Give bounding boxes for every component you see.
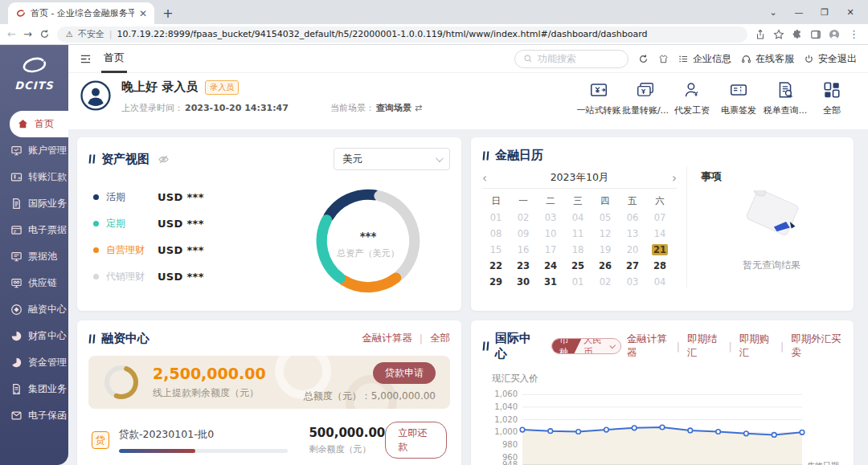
calendar-day[interactable]: 07 — [654, 212, 666, 223]
window-chevron-icon[interactable]: ⌄ — [760, 7, 786, 18]
calendar-day[interactable]: 03 — [627, 276, 639, 288]
loan-apply-button[interactable]: 贷款申请 — [373, 362, 436, 384]
calendar-day[interactable]: 17 — [545, 244, 557, 255]
calendar-day[interactable]: 14 — [654, 228, 666, 239]
sidebar-item-guarantee[interactable]: 电子保函 — [0, 402, 68, 429]
calendar-day[interactable]: 06 — [627, 212, 639, 223]
calendar-day[interactable]: 18 — [572, 244, 584, 255]
chart-point[interactable] — [604, 427, 609, 432]
sidebar-item-wealth[interactable]: 财富中心 — [0, 323, 68, 349]
collapse-menu-icon[interactable] — [80, 53, 92, 65]
spot-fx-trade-link[interactable]: 即期外汇买卖 — [791, 332, 842, 360]
new-tab-button[interactable]: + — [158, 2, 178, 23]
calendar-day[interactable]: 23 — [517, 260, 530, 271]
chart-point[interactable] — [548, 429, 553, 434]
quick-action-batch-transfer[interactable]: 批量转账/... — [622, 80, 669, 129]
safe-logout-link[interactable]: 安全退出 — [804, 52, 857, 66]
calendar-day[interactable]: 05 — [600, 212, 612, 223]
chart-point[interactable] — [632, 426, 637, 430]
financial-calculator-link[interactable]: 金融计算器 — [362, 332, 412, 345]
calendar-day[interactable]: 02 — [518, 212, 530, 223]
chart-point[interactable] — [520, 427, 525, 432]
calendar-day[interactable]: 27 — [626, 260, 639, 271]
sidebar-item-funds[interactable]: 资金管理 — [0, 349, 68, 376]
calendar-day-selected[interactable]: 21 — [652, 244, 668, 255]
chart-point[interactable] — [744, 431, 749, 436]
forward-icon[interactable]: → — [23, 29, 32, 39]
browser-tab[interactable]: 首页 - 企业综合金融服务平台 ✕ — [8, 2, 154, 24]
spot-purchase-link[interactable]: 即期购汇 — [739, 332, 773, 360]
calendar-day[interactable]: 28 — [653, 260, 666, 271]
calendar-day[interactable]: 25 — [571, 260, 584, 271]
calendar-day[interactable]: 16 — [518, 244, 530, 255]
calendar-day[interactable]: 29 — [489, 276, 502, 288]
calendar-day[interactable]: 03 — [545, 212, 557, 223]
spot-settlement-link[interactable]: 即期结汇 — [687, 332, 721, 360]
calendar-day[interactable]: 04 — [654, 276, 666, 288]
chart-point[interactable] — [716, 430, 721, 434]
quick-action-ebill-issue[interactable]: 电票签发 — [715, 80, 762, 129]
calendar-day[interactable]: 20 — [627, 244, 639, 255]
tab-close-icon[interactable]: ✕ — [139, 8, 147, 19]
side-panel-icon[interactable] — [810, 29, 821, 40]
calendar-day[interactable]: 13 — [627, 228, 639, 239]
sidebar-item-transfer[interactable]: 转账汇款 — [0, 164, 68, 190]
profile-avatar-icon[interactable] — [829, 29, 840, 40]
window-minimize-icon[interactable]: — — [786, 7, 812, 18]
sidebar-item-supplychain[interactable]: 供应链 — [0, 270, 68, 296]
reload-icon[interactable] — [39, 29, 50, 39]
sidebar-item-ebill[interactable]: 电子票据 — [0, 217, 68, 243]
chart-point[interactable] — [800, 430, 805, 435]
switch-scene-icon[interactable]: ⇄ — [415, 103, 422, 113]
chart-point[interactable] — [576, 430, 581, 434]
calendar-day[interactable]: 11 — [572, 228, 584, 239]
calendar-day[interactable]: 01 — [572, 276, 584, 288]
window-maximize-icon[interactable]: ❐ — [812, 7, 837, 18]
chart-point[interactable] — [660, 425, 665, 430]
calendar-day[interactable]: 09 — [518, 228, 530, 239]
eye-off-icon[interactable] — [158, 153, 170, 165]
repay-now-button[interactable]: 立即还款 — [385, 422, 447, 459]
sidebar-item-group[interactable]: 集团业务 — [0, 376, 68, 402]
theme-skin-icon[interactable] — [658, 54, 669, 64]
quick-action-onestop-transfer[interactable]: 一站式转账 — [575, 80, 622, 129]
calendar-day[interactable]: 08 — [490, 228, 502, 239]
currency-tag-select[interactable]: 币种 人民币 — [551, 338, 621, 354]
calendar-day[interactable]: 24 — [544, 260, 557, 271]
quick-action-payroll[interactable]: 代发工资 — [669, 80, 715, 129]
sidebar-item-international[interactable]: 国际业务 — [0, 190, 68, 217]
sidebar-item-financing[interactable]: 融资中心 — [0, 296, 68, 323]
calendar-day[interactable]: 01 — [490, 212, 502, 223]
calendar-day[interactable]: 15 — [490, 244, 502, 255]
currency-select[interactable]: 美元 — [334, 148, 450, 170]
bookmark-star-icon[interactable] — [773, 29, 784, 40]
calendar-day[interactable]: 22 — [489, 260, 502, 271]
calendar-day[interactable]: 12 — [600, 228, 612, 239]
intl-calculator-link[interactable]: 金融计算器 — [627, 332, 669, 360]
calendar-day[interactable]: 30 — [517, 276, 530, 288]
sidebar-item-home[interactable]: 首页 — [10, 111, 68, 137]
enterprise-info-link[interactable]: 企业信息 — [678, 52, 731, 66]
calendar-day[interactable]: 19 — [600, 244, 612, 255]
calendar-day[interactable]: 02 — [600, 276, 612, 288]
window-close-icon[interactable]: ✕ — [837, 7, 863, 18]
sidebar-item-billpool[interactable]: 票据池 — [0, 243, 68, 270]
calendar-prev-icon[interactable]: ‹ — [482, 171, 498, 186]
refresh-icon[interactable] — [638, 54, 649, 64]
chart-point[interactable] — [772, 433, 776, 438]
quick-action-tax-query[interactable]: 税单查询... — [762, 80, 809, 129]
tab-home[interactable]: 首页 — [101, 45, 127, 73]
quick-action-all[interactable]: 全部 — [809, 80, 855, 129]
online-service-link[interactable]: 在线客服 — [741, 52, 794, 66]
chart-point[interactable] — [688, 428, 693, 433]
financing-all-link[interactable]: 全部 — [430, 332, 450, 345]
calendar-day[interactable]: 26 — [599, 260, 612, 271]
sidebar-item-account[interactable]: 账户管理 — [0, 137, 68, 164]
back-icon[interactable]: ← — [7, 29, 16, 39]
extensions-puzzle-icon[interactable] — [792, 29, 803, 40]
calendar-day[interactable]: 04 — [572, 212, 584, 223]
browser-menu-icon[interactable]: ⋮ — [847, 28, 861, 40]
calendar-next-icon[interactable]: › — [661, 171, 677, 186]
calendar-day[interactable]: 31 — [544, 276, 557, 288]
calendar-day[interactable]: 10 — [545, 228, 557, 239]
